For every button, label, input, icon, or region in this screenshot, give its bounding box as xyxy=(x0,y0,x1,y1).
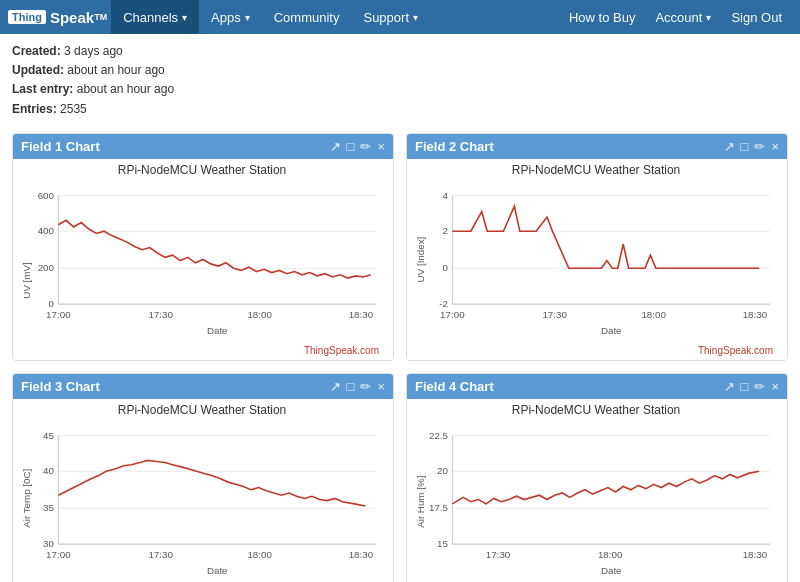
field4-line xyxy=(452,472,759,505)
svg-text:18:00: 18:00 xyxy=(641,309,666,320)
field1-chart-area: UV [mV] 600 400 200 0 xyxy=(17,179,387,348)
field1-close[interactable]: × xyxy=(377,139,385,154)
meta-entries: Entries: 2535 xyxy=(12,100,788,119)
field3-edit[interactable]: ✏ xyxy=(360,379,371,394)
svg-text:Date: Date xyxy=(601,565,622,576)
field3-comment[interactable]: □ xyxy=(347,379,355,394)
svg-text:18:30: 18:30 xyxy=(349,309,374,320)
svg-text:40: 40 xyxy=(43,466,54,477)
charts-grid: Field 1 Chart ↗ □ ✏ × RPi-NodeMCU Weathe… xyxy=(12,129,788,582)
field2-line xyxy=(452,206,759,268)
nav-account[interactable]: Account ▾ xyxy=(645,0,721,34)
field1-comment[interactable]: □ xyxy=(347,139,355,154)
field3-chart-card: Field 3 Chart ↗ □ ✏ × RPi-NodeMCU Weathe… xyxy=(12,373,394,582)
brand-tm: TM xyxy=(94,12,107,22)
field3-svg: Air Temp [0C] 45 40 35 30 17:00 17:30 xyxy=(17,419,387,582)
svg-text:600: 600 xyxy=(38,189,55,200)
field1-chart-card: Field 1 Chart ↗ □ ✏ × RPi-NodeMCU Weathe… xyxy=(12,133,394,362)
svg-text:Date: Date xyxy=(207,565,228,576)
svg-text:18:00: 18:00 xyxy=(598,550,623,561)
field4-svg: Air Hum [%] 22.5 20 17.5 15 17:30 18:00 xyxy=(411,419,781,582)
svg-text:17:30: 17:30 xyxy=(148,309,173,320)
svg-text:Date: Date xyxy=(207,324,228,335)
field4-subtitle: RPi-NodeMCU Weather Station xyxy=(411,403,781,417)
field4-close[interactable]: × xyxy=(771,379,779,394)
field1-svg: UV [mV] 600 400 200 0 xyxy=(17,179,387,348)
field4-ylabel: Air Hum [%] xyxy=(415,476,426,528)
field2-chart-body: RPi-NodeMCU Weather Station UV [Index] 4… xyxy=(407,159,787,361)
nav-right: How to Buy Account ▾ Sign Out xyxy=(559,0,792,34)
svg-text:17:30: 17:30 xyxy=(148,550,173,561)
field3-title: Field 3 Chart xyxy=(21,379,100,394)
field4-edit[interactable]: ✏ xyxy=(754,379,765,394)
svg-text:45: 45 xyxy=(43,430,54,441)
field2-title: Field 2 Chart xyxy=(415,139,494,154)
field4-chart-card: Field 4 Chart ↗ □ ✏ × RPi-NodeMCU Weathe… xyxy=(406,373,788,582)
field2-subtitle: RPi-NodeMCU Weather Station xyxy=(411,163,781,177)
svg-text:18:30: 18:30 xyxy=(743,550,768,561)
main-content: Created: 3 days ago Updated: about an ho… xyxy=(0,34,800,582)
field3-chart-header: Field 3 Chart ↗ □ ✏ × xyxy=(13,374,393,399)
field1-title: Field 1 Chart xyxy=(21,139,100,154)
svg-text:30: 30 xyxy=(43,539,54,550)
field3-close[interactable]: × xyxy=(377,379,385,394)
field1-actions: ↗ □ ✏ × xyxy=(330,139,385,154)
meta-updated: Updated: about an hour ago xyxy=(12,61,788,80)
svg-text:200: 200 xyxy=(38,262,55,273)
svg-text:22.5: 22.5 xyxy=(429,430,449,441)
field4-title: Field 4 Chart xyxy=(415,379,494,394)
field2-svg: UV [Index] 4 2 0 -2 17:00 17:30 18:00 xyxy=(411,179,781,348)
field2-comment[interactable]: □ xyxy=(741,139,749,154)
field2-edit[interactable]: ✏ xyxy=(754,139,765,154)
svg-text:15: 15 xyxy=(437,539,448,550)
field4-external-link[interactable]: ↗ xyxy=(724,379,735,394)
nav-sign-out[interactable]: Sign Out xyxy=(721,0,792,34)
support-caret: ▾ xyxy=(413,12,418,23)
field3-line xyxy=(58,461,365,507)
field2-actions: ↗ □ ✏ × xyxy=(724,139,779,154)
field4-chart-area: Air Hum [%] 22.5 20 17.5 15 17:30 18:00 xyxy=(411,419,781,582)
field3-subtitle: RPi-NodeMCU Weather Station xyxy=(17,403,387,417)
nav-channels[interactable]: Channels ▾ xyxy=(111,0,199,34)
svg-text:2: 2 xyxy=(443,225,448,236)
nav-support[interactable]: Support ▾ xyxy=(351,0,430,34)
field3-external-link[interactable]: ↗ xyxy=(330,379,341,394)
field2-close[interactable]: × xyxy=(771,139,779,154)
field1-edit[interactable]: ✏ xyxy=(360,139,371,154)
svg-text:17:30: 17:30 xyxy=(542,309,567,320)
svg-text:18:00: 18:00 xyxy=(247,550,272,561)
nav-items: Channels ▾ Apps ▾ Community Support ▾ xyxy=(111,0,559,34)
nav-apps[interactable]: Apps ▾ xyxy=(199,0,262,34)
field2-chart-card: Field 2 Chart ↗ □ ✏ × RPi-NodeMCU Weathe… xyxy=(406,133,788,362)
apps-caret: ▾ xyxy=(245,12,250,23)
field1-subtitle: RPi-NodeMCU Weather Station xyxy=(17,163,387,177)
field1-chart-header: Field 1 Chart ↗ □ ✏ × xyxy=(13,134,393,159)
svg-text:18:30: 18:30 xyxy=(349,550,374,561)
svg-text:17:00: 17:00 xyxy=(440,309,465,320)
field2-ylabel: UV [Index] xyxy=(415,236,426,282)
field3-ylabel: Air Temp [0C] xyxy=(21,469,32,528)
field3-chart-body: RPi-NodeMCU Weather Station Air Temp [0C… xyxy=(13,399,393,582)
nav-community[interactable]: Community xyxy=(262,0,352,34)
svg-text:4: 4 xyxy=(443,189,449,200)
field2-external-link[interactable]: ↗ xyxy=(724,139,735,154)
field1-external-link[interactable]: ↗ xyxy=(330,139,341,154)
brand-name: Speak xyxy=(50,9,94,26)
field3-chart-area: Air Temp [0C] 45 40 35 30 17:00 17:30 xyxy=(17,419,387,582)
brand-logo[interactable]: Thing Speak TM xyxy=(8,9,107,26)
brand-icon: Thing xyxy=(8,10,46,24)
field4-actions: ↗ □ ✏ × xyxy=(724,379,779,394)
svg-text:0: 0 xyxy=(443,262,449,273)
svg-text:Date: Date xyxy=(601,324,622,335)
field3-actions: ↗ □ ✏ × xyxy=(330,379,385,394)
svg-text:20: 20 xyxy=(437,466,448,477)
svg-text:35: 35 xyxy=(43,503,54,514)
svg-text:0: 0 xyxy=(49,298,55,309)
navbar: Thing Speak TM Channels ▾ Apps ▾ Communi… xyxy=(0,0,800,34)
field4-chart-header: Field 4 Chart ↗ □ ✏ × xyxy=(407,374,787,399)
svg-text:17:00: 17:00 xyxy=(46,309,71,320)
svg-text:-2: -2 xyxy=(439,298,448,309)
meta-info: Created: 3 days ago Updated: about an ho… xyxy=(12,42,788,119)
nav-how-to-buy[interactable]: How to Buy xyxy=(559,0,645,34)
field4-comment[interactable]: □ xyxy=(741,379,749,394)
